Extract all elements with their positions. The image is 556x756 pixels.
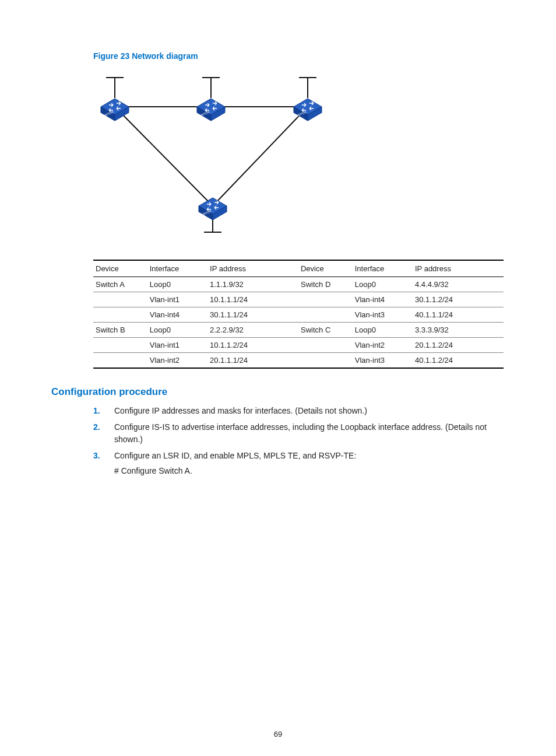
th-ip-left: IP address xyxy=(207,260,298,277)
table-row: Vlan-int220.1.1.1/24Vlan-int340.1.1.2/24 xyxy=(93,353,504,369)
th-interface-left: Interface xyxy=(147,260,207,277)
section-heading: Configuration procedure xyxy=(51,386,505,398)
table-row: Vlan-int110.1.1.1/24Vlan-int430.1.1.2/24 xyxy=(93,292,504,307)
step-item: Configure IP addresses and masks for int… xyxy=(93,405,505,416)
th-device-left: Device xyxy=(93,260,147,277)
table-row: Vlan-int110.1.1.2/24Vlan-int220.1.1.2/24 xyxy=(93,338,504,353)
table-row: Switch ALoop01.1.1.9/32Switch DLoop04.4.… xyxy=(93,277,504,292)
th-device-right: Device xyxy=(298,260,353,277)
th-ip-right: IP address xyxy=(413,260,504,277)
interface-table: Device Interface IP address Device Inter… xyxy=(93,260,505,369)
step-item: Configure IS-IS to advertise interface a… xyxy=(93,421,505,445)
network-diagram: SWITCH SWITCH SWITCH SWITC xyxy=(93,75,505,246)
table-row: Vlan-int430.1.1.1/24Vlan-int340.1.1.1/24 xyxy=(93,307,504,323)
switch-icon: SWITCH SWITCH SWITCH SWITC xyxy=(101,99,322,220)
steps-list: Configure IP addresses and masks for int… xyxy=(93,405,505,477)
svg-line-3 xyxy=(213,107,308,206)
th-interface-right: Interface xyxy=(353,260,413,277)
step-item: Configure an LSR ID, and enable MPLS, MP… xyxy=(93,450,505,477)
table-row: Switch BLoop02.2.2.9/32Switch CLoop03.3.… xyxy=(93,323,504,338)
svg-line-2 xyxy=(115,107,213,206)
figure-title: Figure 23 Network diagram xyxy=(93,51,505,61)
